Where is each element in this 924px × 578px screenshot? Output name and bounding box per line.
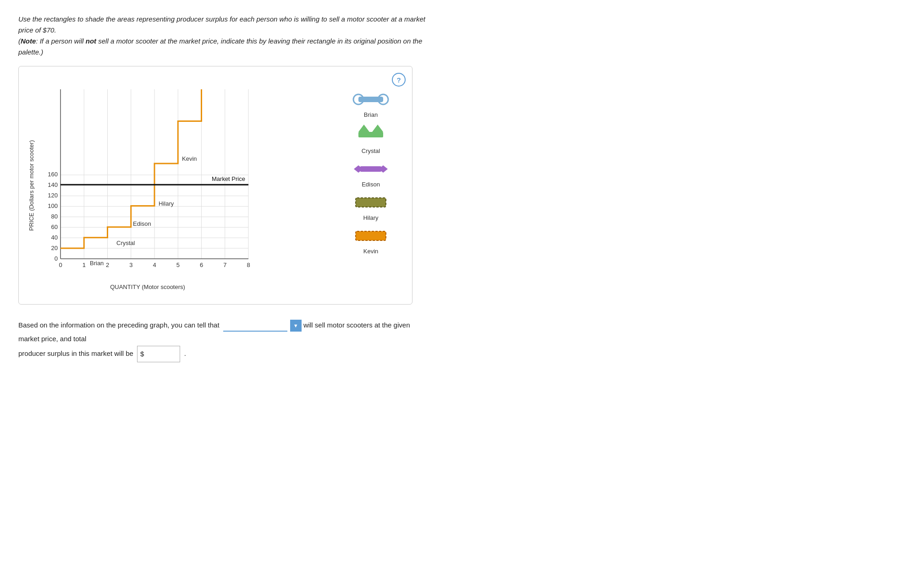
brian-shape (352, 89, 390, 109)
dollar-sign: $ (140, 347, 144, 361)
chart-inner: 0 20 40 60 80 100 120 140 160 0 (38, 80, 258, 290)
kevin-palette-label: Kevin (363, 248, 379, 255)
kevin-shape (352, 226, 390, 246)
edison-step-label: Edison (133, 220, 151, 227)
palette-item-brian[interactable]: Brian (339, 89, 403, 118)
svg-text:100: 100 (48, 202, 58, 209)
graph-container: 0 20 40 60 80 100 120 140 160 0 (38, 80, 258, 282)
producer-surplus-input[interactable] (145, 350, 177, 358)
svg-marker-43 (372, 125, 383, 132)
svg-rect-49 (356, 231, 386, 240)
question-text-before: Based on the information on the precedin… (18, 321, 220, 329)
palette-item-crystal[interactable]: Crystal (339, 123, 403, 154)
hilary-step-label: Hilary (159, 200, 174, 207)
market-price-label: Market Price (212, 175, 245, 182)
svg-text:0: 0 (59, 262, 62, 268)
svg-text:140: 140 (48, 181, 58, 188)
help-button[interactable]: ? (392, 73, 406, 87)
svg-text:20: 20 (51, 245, 58, 251)
palette-item-hilary[interactable]: Hilary (339, 192, 403, 221)
svg-text:4: 4 (153, 262, 156, 268)
svg-text:160: 160 (48, 171, 58, 178)
producer-surplus-input-wrapper[interactable]: $ (137, 346, 180, 362)
note-label: Note (21, 37, 36, 45)
question-line2-before: producer surplus in this market will be (18, 349, 133, 357)
svg-rect-38 (358, 97, 383, 102)
edison-shape (352, 159, 390, 179)
palette-item-edison[interactable]: Edison (339, 159, 403, 188)
svg-rect-44 (360, 166, 381, 172)
crystal-palette-label: Crystal (362, 147, 380, 154)
seller-dropdown[interactable] (223, 320, 287, 332)
dropdown-arrow-icon[interactable]: ▼ (290, 320, 302, 332)
svg-text:80: 80 (51, 213, 58, 220)
svg-text:40: 40 (51, 234, 58, 241)
svg-text:7: 7 (223, 262, 226, 268)
main-content-box: ? PRICE (Dollars per motor scooter) (18, 66, 412, 305)
svg-text:60: 60 (51, 224, 58, 230)
svg-text:3: 3 (129, 262, 132, 268)
x-axis-label: QUANTITY (Motor scooters) (110, 284, 185, 290)
crystal-shape (352, 123, 390, 146)
hilary-palette-label: Hilary (363, 214, 378, 221)
svg-text:1: 1 (82, 262, 86, 268)
svg-rect-47 (356, 198, 386, 207)
svg-text:6: 6 (200, 262, 203, 268)
chart-area: PRICE (Dollars per motor scooter) (28, 80, 403, 290)
chart-wrapper: PRICE (Dollars per motor scooter) (28, 80, 325, 290)
palette: Brian Crystal Edis (339, 80, 403, 255)
hilary-shape (352, 192, 390, 213)
instructions-text: Use the rectangles to shade the areas re… (18, 14, 431, 58)
period: . (184, 349, 186, 357)
svg-text:0: 0 (55, 255, 58, 262)
kevin-step-label: Kevin (182, 155, 197, 162)
instruction-line2: : If a person will not sell a motor scoo… (18, 37, 422, 56)
graph-svg: 0 20 40 60 80 100 120 140 160 0 (38, 80, 258, 282)
instruction-line1: Use the rectangles to shade the areas re… (18, 15, 425, 34)
bottom-question: Based on the information on the precedin… (18, 318, 431, 362)
y-axis-label: PRICE (Dollars per motor scooter) (28, 140, 35, 231)
palette-item-kevin[interactable]: Kevin (339, 226, 403, 255)
brian-step-label: Brian (90, 260, 104, 267)
edison-palette-label: Edison (362, 181, 380, 188)
svg-text:2: 2 (106, 262, 109, 268)
brian-palette-label: Brian (364, 111, 378, 118)
svg-marker-42 (358, 125, 369, 132)
svg-rect-41 (358, 132, 383, 137)
svg-text:120: 120 (48, 192, 58, 199)
crystal-step-label: Crystal (116, 240, 135, 246)
svg-text:8: 8 (247, 262, 250, 268)
svg-text:5: 5 (176, 262, 180, 268)
